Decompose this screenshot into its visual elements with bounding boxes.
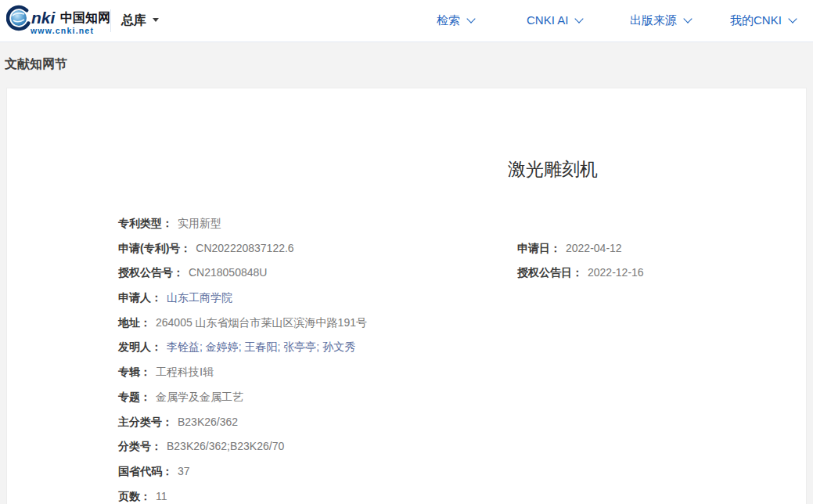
field-label: 分类号： bbox=[118, 440, 162, 452]
content-panel: 激光雕刻机 专利类型：实用新型申请(专利)号：CN202220837122.6申… bbox=[6, 88, 807, 504]
breadcrumb: 文献知网节 bbox=[5, 56, 67, 73]
nav-item[interactable]: CNKI AI bbox=[527, 13, 582, 27]
field-row: 国省代码：37 bbox=[7, 465, 806, 490]
nav-item[interactable]: 我的CNKI bbox=[730, 13, 796, 27]
page-title: 激光雕刻机 bbox=[508, 157, 598, 182]
field-value: 2022-04-12 bbox=[566, 242, 622, 254]
field-label: 主分类号： bbox=[118, 416, 173, 428]
field-label: 申请(专利)号： bbox=[118, 242, 191, 254]
nav-item[interactable]: 出版来源 bbox=[630, 13, 691, 27]
field-value: 2022-12-16 bbox=[588, 266, 644, 279]
field-label: 发明人： bbox=[118, 340, 162, 353]
field-label: 专辑： bbox=[118, 365, 151, 378]
chevron-down-icon bbox=[575, 14, 584, 23]
field-row-right: 申请日：2022-04-12 bbox=[517, 242, 622, 255]
field-row: 授权公告号：CN218050848U授权公告日：2022-12-16 bbox=[7, 266, 806, 291]
field-row: 申请人：山东工商学院 bbox=[7, 291, 806, 316]
nav-item-label: 检索 bbox=[437, 13, 460, 27]
field-value: 李铨益; 金婷婷; 王春阳; 张亭亭; 孙文秀 bbox=[167, 340, 355, 353]
nav-item-label: 我的CNKI bbox=[730, 13, 782, 27]
field-row: 主分类号：B23K26/362 bbox=[7, 416, 806, 441]
field-label: 专题： bbox=[118, 391, 151, 403]
field-label: 授权公告日： bbox=[517, 266, 583, 279]
inventor-link[interactable]: 金婷婷 bbox=[206, 340, 239, 353]
field-value: 37 bbox=[178, 465, 190, 477]
field-value: B23K26/362 bbox=[178, 416, 238, 428]
inventor-link[interactable]: 李铨益 bbox=[167, 340, 200, 353]
field-value: 金属学及金属工艺 bbox=[156, 391, 243, 403]
chevron-down-icon bbox=[683, 14, 692, 23]
field-label: 页数： bbox=[118, 490, 151, 502]
field-row: 专题：金属学及金属工艺 bbox=[7, 391, 806, 416]
inventor-link[interactable]: 张亭亭 bbox=[283, 340, 316, 353]
nav-item[interactable]: 检索 bbox=[437, 13, 474, 27]
field-value: CN218050848U bbox=[189, 266, 267, 279]
inventor-link[interactable]: 孙文秀 bbox=[322, 340, 355, 353]
applicant-link[interactable]: 山东工商学院 bbox=[167, 291, 232, 304]
field-label: 申请日： bbox=[517, 242, 561, 254]
nav-item-label: 出版来源 bbox=[630, 13, 677, 27]
field-value: 实用新型 bbox=[178, 217, 221, 229]
chevron-down-icon bbox=[466, 14, 475, 23]
field-label: 专利类型： bbox=[118, 217, 173, 229]
top-header: nki 中国知网 www.cnki.net 总库 检索CNKI AI出版来源我的… bbox=[0, 0, 813, 42]
main-nav: 检索CNKI AI出版来源我的CNKI bbox=[0, 0, 813, 41]
field-label: 授权公告号： bbox=[118, 266, 184, 279]
field-row: 分类号：B23K26/362;B23K26/70 bbox=[7, 440, 806, 465]
field-row: 专辑：工程科技Ⅰ辑 bbox=[7, 365, 806, 391]
field-row: 申请(专利)号：CN202220837122.6申请日：2022-04-12 bbox=[7, 242, 806, 267]
chevron-down-icon bbox=[788, 14, 797, 23]
field-value: CN202220837122.6 bbox=[196, 242, 293, 254]
field-row-right: 授权公告日：2022-12-16 bbox=[517, 266, 644, 279]
field-row: 发明人：李铨益; 金婷婷; 王春阳; 张亭亭; 孙文秀 bbox=[7, 340, 806, 365]
field-value: 264005 山东省烟台市莱山区滨海中路191号 bbox=[156, 316, 367, 329]
field-label: 国省代码： bbox=[118, 465, 173, 477]
field-row: 页数：11 bbox=[7, 490, 806, 504]
field-value: 11 bbox=[156, 490, 167, 502]
field-label: 地址： bbox=[118, 316, 151, 329]
field-value: B23K26/362;B23K26/70 bbox=[167, 440, 284, 452]
nav-item-label: CNKI AI bbox=[527, 13, 568, 27]
inventor-link[interactable]: 王春阳 bbox=[245, 340, 278, 353]
field-value: 工程科技Ⅰ辑 bbox=[156, 365, 214, 378]
field-row: 地址：264005 山东省烟台市莱山区滨海中路191号 bbox=[7, 316, 806, 341]
patent-fields: 专利类型：实用新型申请(专利)号：CN202220837122.6申请日：202… bbox=[7, 217, 806, 504]
field-label: 申请人： bbox=[118, 291, 162, 304]
field-row: 专利类型：实用新型 bbox=[7, 217, 806, 242]
